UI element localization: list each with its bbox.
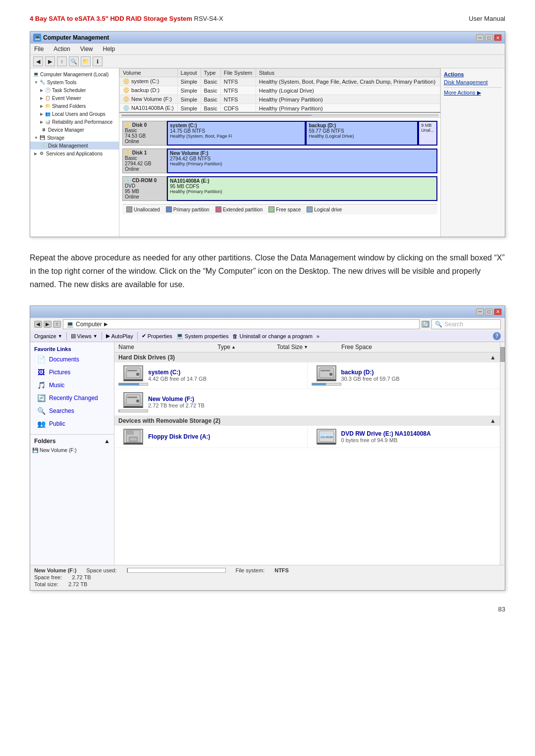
folders-header[interactable]: Folders ▲	[30, 437, 114, 446]
svg-point-8	[136, 400, 139, 403]
sidebar-tree: 💻 Computer Management (Local) ▼ 🔧 System…	[30, 68, 119, 237]
drive-dvd-e[interactable]: CD-ROM DVD RW Drive (E:) NA1014008A 0 by…	[308, 426, 500, 448]
sidebar-item-recently-changed[interactable]: 🔄 Recently Changed	[30, 392, 114, 404]
address-field[interactable]: 💻 Computer ▶	[63, 319, 420, 329]
expand-icon: ▶	[40, 88, 43, 93]
exp-maximize-button[interactable]: □	[485, 308, 493, 315]
collapse-removable-icon[interactable]: ▲	[490, 417, 496, 424]
table-row[interactable]: 📀 backup (D:) Simple Basic NTFS Healthy …	[120, 86, 440, 95]
autoplay-button[interactable]: ▶ AutoPlay	[106, 333, 133, 339]
sidebar-item-services[interactable]: ▶ ⚙ Services and Applications	[30, 150, 119, 157]
maximize-button[interactable]: □	[485, 34, 493, 41]
partition-d[interactable]: backup (D:) 59.77 GB NTFS Healthy (Logic…	[306, 121, 418, 146]
uninstall-button[interactable]: 🗑 Uninstall or change a program	[232, 333, 312, 339]
status-row-2: Space free: 2.72 TB	[34, 574, 501, 580]
partition-c[interactable]: system (C:) 14.75 GB NTFS Healthy (Syste…	[167, 121, 306, 146]
organize-button[interactable]: Organize ▼	[34, 333, 62, 339]
legend-bar: Unallocated Primary partition Extended p…	[122, 204, 437, 214]
exp-forward-button[interactable]: ▶	[44, 321, 52, 328]
col-layout[interactable]: Layout	[177, 69, 201, 77]
table-row[interactable]: 📀 New Volume (F:) Simple Basic NTFS Heal…	[120, 95, 440, 104]
drive-hdd-icon: 💾	[32, 448, 38, 453]
removable-row: Floppy Disk Drive (A:) CD-ROM	[114, 426, 500, 448]
sidebar-item-local-users[interactable]: ▶ 👥 Local Users and Groups	[30, 110, 119, 118]
refresh-button[interactable]: 🔄	[422, 321, 429, 328]
table-row[interactable]: 💿 NA1014008A (E:) Simple Basic CDFS Heal…	[120, 104, 440, 113]
search-button[interactable]: 🔍	[69, 56, 79, 66]
exp-close-button[interactable]: ✕	[494, 308, 502, 315]
properties-button[interactable]: ℹ	[93, 56, 103, 66]
pictures-icon: 🖼	[36, 367, 46, 377]
drive-floppy-a[interactable]: Floppy Disk Drive (A:)	[114, 426, 308, 448]
drive-backup-d[interactable]: backup (D:) 30.3 GB free of 59.7 GB	[308, 362, 500, 389]
col-header-total-size[interactable]: Total Size ▼	[277, 344, 341, 351]
exp-up-button[interactable]: ↑	[53, 321, 61, 328]
collapse-icon[interactable]: ▲	[490, 354, 496, 361]
more-actions-button[interactable]: »	[317, 333, 320, 339]
sidebar-item-task-scheduler[interactable]: ▶ 🕐 Task Scheduler	[30, 86, 119, 94]
search-placeholder: Search	[444, 321, 463, 328]
menu-bar: File Action View Help	[30, 44, 505, 55]
col-status[interactable]: Status	[256, 69, 440, 77]
folders-button[interactable]: 📁	[81, 56, 91, 66]
col-volume[interactable]: Volume	[120, 69, 178, 77]
window-title: Computer Management	[43, 34, 109, 41]
status-fs-value: NTFS	[274, 567, 289, 573]
breadcrumb-computer[interactable]: Computer	[76, 321, 102, 328]
sidebar-item-reliability[interactable]: ▶ 📊 Reliability and Performance	[30, 118, 119, 126]
col-header-name[interactable]: Name	[118, 344, 217, 351]
back-button[interactable]: ◀	[33, 56, 43, 66]
sidebar-item-documents[interactable]: 📄 Documents	[30, 353, 114, 366]
cdrom-row: 💿 CD-ROM 0 DVD 95 MB Online NA1014008A (…	[122, 176, 437, 201]
col-type[interactable]: Type	[201, 69, 220, 77]
system-properties-button[interactable]: 💻 System properties	[176, 333, 229, 339]
shared-folders-icon: 📁	[44, 102, 51, 109]
drive-system-c[interactable]: system (C:) 4.42 GB free of 14.7 GB	[114, 362, 308, 389]
col-header-free-space[interactable]: Free Space	[341, 344, 406, 351]
scrollbar[interactable]	[500, 342, 505, 565]
favorite-links-header: Favorite Links	[30, 345, 114, 353]
computer-icon: 💻	[32, 71, 39, 78]
sidebar-item-disk-management[interactable]: 💿 Disk Management	[30, 142, 119, 150]
floppy-info: Floppy Disk Drive (A:)	[148, 433, 303, 440]
exp-back-button[interactable]: ◀	[34, 321, 42, 328]
sidebar-item-public[interactable]: 👥 Public	[30, 417, 114, 430]
sidebar-item-shared-folders[interactable]: ▶ 📁 Shared Folders	[30, 102, 119, 110]
product-title-bold: 4 Bay SATA to eSATA 3.5" HDD RAID Storag…	[30, 15, 192, 22]
action-more-actions[interactable]: More Actions ▶	[444, 90, 502, 96]
up-button[interactable]: ↑	[57, 56, 67, 66]
storage-icon: 💾	[39, 134, 46, 141]
sidebar-item-system-tools[interactable]: ▼ 🔧 System Tools	[30, 78, 119, 86]
table-row[interactable]: 📀 system (C:) Simple Basic NTFS Healthy …	[120, 77, 440, 86]
partition-e[interactable]: NA1014008A (E:) 95 MB CDFS Healthy (Prim…	[167, 176, 437, 201]
menu-action[interactable]: Action	[52, 45, 72, 53]
sidebar-item-searches[interactable]: 🔍 Searches	[30, 404, 114, 417]
action-disk-management[interactable]: Disk Management	[444, 79, 502, 85]
partition-f[interactable]: New Volume (F:) 2794.42 GB NTFS Healthy …	[167, 149, 437, 173]
close-button[interactable]: ✕	[494, 34, 502, 41]
sidebar-item-pictures[interactable]: 🖼 Pictures	[30, 366, 114, 379]
minimize-button[interactable]: ─	[476, 34, 484, 41]
sidebar-item-storage[interactable]: ▼ 💾 Storage	[30, 134, 119, 142]
col-header-type[interactable]: Type ▲	[217, 344, 277, 351]
forward-button[interactable]: ▶	[45, 56, 55, 66]
folder-icon: 💻	[66, 321, 74, 328]
expand-icon: ▶	[40, 104, 43, 108]
views-button[interactable]: ▤ Views ▼	[71, 333, 98, 339]
search-field[interactable]: 🔍 Search	[431, 319, 501, 329]
exp-minimize-button[interactable]: ─	[476, 308, 484, 315]
sidebar-item-event-viewer[interactable]: ▶ 📋 Event Viewer	[30, 94, 119, 102]
scroll-bar[interactable]	[119, 113, 440, 118]
menu-file[interactable]: File	[32, 45, 46, 53]
properties-button[interactable]: ✔ Properties	[142, 333, 172, 339]
menu-view[interactable]: View	[78, 45, 95, 53]
page-header: 4 Bay SATA to eSATA 3.5" HDD RAID Storag…	[30, 15, 505, 22]
menu-help[interactable]: Help	[101, 45, 117, 53]
sidebar-item-computer-mgmt[interactable]: 💻 Computer Management (Local)	[30, 70, 119, 78]
help-button[interactable]: ?	[493, 332, 501, 340]
drive-new-volume-f[interactable]: New Volume (F:) 2.72 TB free of 2.72 TB	[114, 389, 500, 416]
col-fs[interactable]: File System	[220, 69, 256, 77]
sidebar-item-device-manager[interactable]: 🖥 Device Manager	[30, 126, 119, 134]
drive-icon-row[interactable]: 💾 New Volume (F:)	[32, 447, 112, 454]
sidebar-item-music[interactable]: 🎵 Music	[30, 379, 114, 392]
